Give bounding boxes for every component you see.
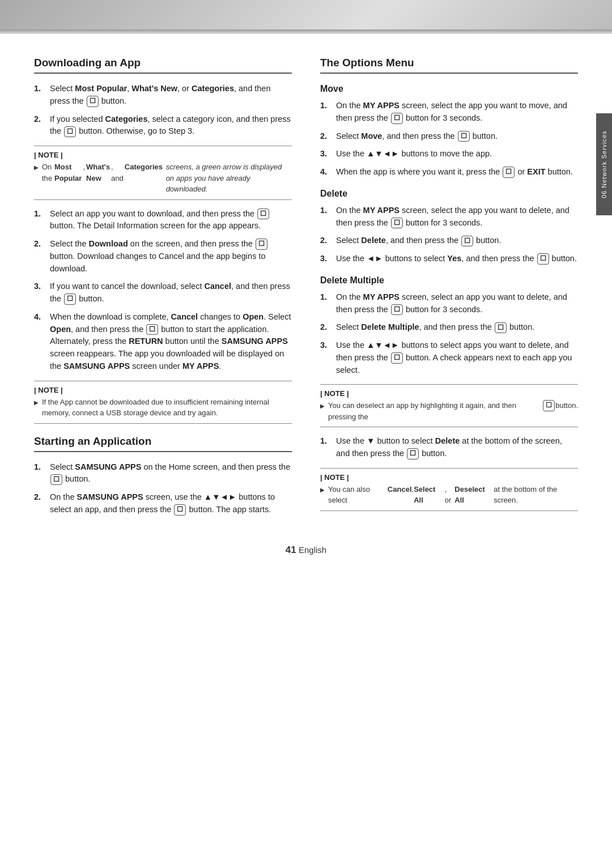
delete-multiple-title: Delete Multiple xyxy=(320,275,578,286)
delete-multiple-subsection: Delete Multiple On the MY APPS screen, s… xyxy=(320,275,578,511)
footer: 41 English xyxy=(34,544,578,567)
button-icon: ☐ xyxy=(64,126,76,138)
list-item: When the app is where you want it, press… xyxy=(320,166,578,178)
button-icon: ☐ xyxy=(257,209,269,220)
list-item: Select Delete, and then press the ☐ butt… xyxy=(320,235,578,247)
button-icon: ☐ xyxy=(146,324,158,335)
step-text: When the download is complete, Cancel ch… xyxy=(50,311,292,373)
button-icon: ☐ xyxy=(537,253,549,265)
page-number: 41 xyxy=(286,544,296,555)
left-column: Downloading an App Select Most Popular, … xyxy=(34,57,292,522)
step-text: Use the ▲▼◄► buttons to select apps you … xyxy=(336,339,578,376)
starting-section: Starting an Application Select SAMSUNG A… xyxy=(34,435,292,516)
list-item: Use the ◄► buttons to select Yes, and th… xyxy=(320,253,578,265)
list-item: Use the ▲▼◄► buttons to select apps you … xyxy=(320,339,578,376)
step-text: When the app is where you want it, press… xyxy=(336,166,578,178)
note-item: If the App cannot be downloaded due to i… xyxy=(34,397,292,419)
button-icon: ☐ xyxy=(407,448,419,459)
list-item: When the download is complete, Cancel ch… xyxy=(34,311,292,373)
note-label: | NOTE | xyxy=(34,386,292,394)
note-label: | NOTE | xyxy=(320,473,578,482)
step-text: Use the ▼ button to select Delete at the… xyxy=(336,435,578,460)
step-text: On the MY APPS screen, select the app yo… xyxy=(336,100,578,125)
note-item: You can also select Cancel, Select All, … xyxy=(320,484,578,506)
starting-steps: Select SAMSUNG APPS on the Home screen, … xyxy=(34,461,292,516)
note-box-1: | NOTE | On the Most Popular, What's New… xyxy=(34,146,292,200)
step-text: If you want to cancel the download, sele… xyxy=(50,280,292,305)
move-title: Move xyxy=(320,84,578,94)
two-column-layout: Downloading an App Select Most Popular, … xyxy=(34,57,578,522)
step-text: On the SAMSUNG APPS screen, use the ▲▼◄►… xyxy=(50,491,292,516)
top-decorative-bar xyxy=(0,0,612,34)
delete-multiple-steps: On the MY APPS screen, select an app you… xyxy=(320,291,578,377)
note-item: You can deselect an app by highlighting … xyxy=(320,400,578,422)
list-item: Select Most Popular, What's New, or Cate… xyxy=(34,83,292,108)
list-item: If you want to cancel the download, sele… xyxy=(34,280,292,305)
button-icon: ☐ xyxy=(174,504,186,516)
delete-steps: On the MY APPS screen, select the app yo… xyxy=(320,205,578,265)
list-item: On the MY APPS screen, select the app yo… xyxy=(320,205,578,229)
button-icon: ☐ xyxy=(256,239,267,250)
button-icon: ☐ xyxy=(64,293,76,305)
step-text: Select Move, and then press the ☐ button… xyxy=(336,130,578,143)
step-text: Use the ▲▼◄► buttons to move the app. xyxy=(336,148,578,160)
move-subsection: Move On the MY APPS screen, select the a… xyxy=(320,84,578,178)
button-icon: ☐ xyxy=(391,304,403,316)
main-content: Downloading an App Select Most Popular, … xyxy=(0,34,612,590)
downloading-title: Downloading an App xyxy=(34,57,292,74)
list-item: On the SAMSUNG APPS screen, use the ▲▼◄►… xyxy=(34,491,292,516)
list-item: Select SAMSUNG APPS on the Home screen, … xyxy=(34,461,292,486)
step-text: Select SAMSUNG APPS on the Home screen, … xyxy=(50,461,292,486)
list-item: If you selected Categories, select a cat… xyxy=(34,113,292,138)
note-item: On the Most Popular, What's New, and Cat… xyxy=(34,161,292,195)
downloading-steps: Select Most Popular, What's New, or Cate… xyxy=(34,83,292,138)
list-item: Use the ▼ button to select Delete at the… xyxy=(320,435,578,460)
note-label: | NOTE | xyxy=(34,151,292,159)
note-box-2: | NOTE | If the App cannot be downloaded… xyxy=(34,381,292,424)
button-icon: ☐ xyxy=(461,236,473,247)
button-icon: ☐ xyxy=(391,218,403,229)
downloading-section: Downloading an App Select Most Popular, … xyxy=(34,57,292,424)
button-icon: ☐ xyxy=(543,400,555,411)
list-item: Use the ▲▼◄► buttons to move the app. xyxy=(320,148,578,160)
step-text: Select the Download on the screen, and t… xyxy=(50,238,292,275)
starting-title: Starting an Application xyxy=(34,435,292,452)
move-steps: On the MY APPS screen, select the app yo… xyxy=(320,100,578,178)
side-tab-label: 06 Network Services xyxy=(596,113,612,215)
list-item: On the MY APPS screen, select an app you… xyxy=(320,291,578,316)
footer-language-text: English xyxy=(299,545,326,555)
step-text: On the MY APPS screen, select an app you… xyxy=(336,291,578,316)
list-item: Select an app you want to download, and … xyxy=(34,208,292,233)
options-menu-title: The Options Menu xyxy=(320,57,578,74)
list-item: Select the Download on the screen, and t… xyxy=(34,238,292,275)
button-icon: ☐ xyxy=(495,322,507,334)
list-item: Select Move, and then press the ☐ button… xyxy=(320,130,578,143)
step-text: Use the ◄► buttons to select Yes, and th… xyxy=(336,253,578,265)
button-icon: ☐ xyxy=(391,352,403,364)
note-box-3: | NOTE | You can deselect an app by high… xyxy=(320,384,578,427)
step-text: If you selected Categories, select a cat… xyxy=(50,113,292,138)
button-icon: ☐ xyxy=(87,96,99,107)
button-icon: ☐ xyxy=(503,167,515,178)
note-box-4: | NOTE | You can also select Cancel, Sel… xyxy=(320,468,578,511)
step-text: Select Delete, and then press the ☐ butt… xyxy=(336,235,578,247)
button-icon: ☐ xyxy=(458,131,470,142)
step-text: Select Most Popular, What's New, or Cate… xyxy=(50,83,292,108)
delete-subsection: Delete On the MY APPS screen, select the… xyxy=(320,189,578,265)
step-text: Select Delete Multiple, and then press t… xyxy=(336,321,578,334)
step-text: Select an app you want to download, and … xyxy=(50,208,292,233)
delete-multiple-steps-2: Use the ▼ button to select Delete at the… xyxy=(320,435,578,460)
list-item: Select Delete Multiple, and then press t… xyxy=(320,321,578,334)
options-menu-section: The Options Menu Move On the MY APPS scr… xyxy=(320,57,578,511)
step-text: On the MY APPS screen, select the app yo… xyxy=(336,205,578,229)
delete-title: Delete xyxy=(320,189,578,199)
right-column: The Options Menu Move On the MY APPS scr… xyxy=(320,57,578,522)
note-label: | NOTE | xyxy=(320,389,578,398)
button-icon: ☐ xyxy=(50,474,62,486)
button-icon: ☐ xyxy=(391,113,403,124)
downloading-steps-2: Select an app you want to download, and … xyxy=(34,208,292,373)
list-item: On the MY APPS screen, select the app yo… xyxy=(320,100,578,125)
